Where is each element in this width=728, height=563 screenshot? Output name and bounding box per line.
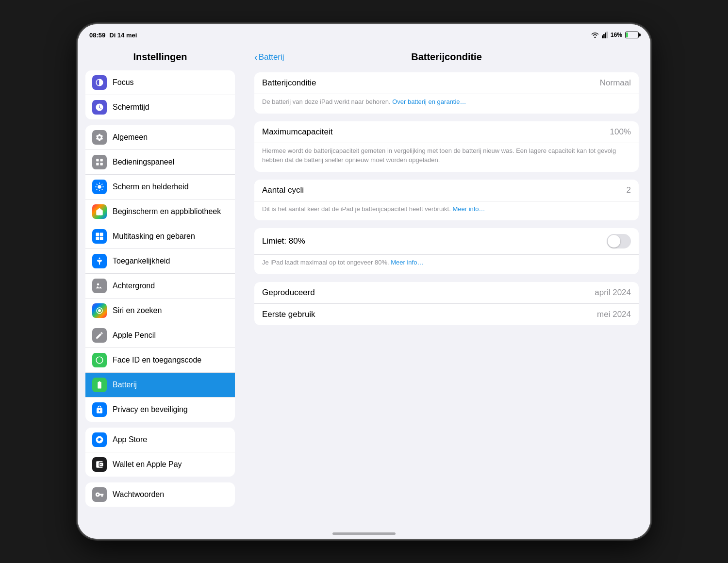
sidebar-item-scherm[interactable]: Scherm en helderheid (85, 175, 235, 199)
sidebar-item-privacy[interactable]: Privacy en beveiliging (85, 397, 235, 422)
sidebar-item-label-appstore: App Store (113, 435, 147, 444)
focus-icon (92, 75, 107, 90)
eerste-gebruik-row: Eerste gebruik mei 2024 (254, 304, 639, 325)
sidebar-item-label-schermtijd: Schermtijd (113, 103, 149, 112)
wallet-icon (92, 457, 107, 472)
geproduceerd-value: april 2024 (595, 288, 631, 298)
batterij-garantie-link[interactable]: Over batterij en garantie… (392, 98, 466, 105)
sidebar-group-2: Algemeen Bedieningspaneel Scherm en held… (85, 125, 235, 422)
sidebar-item-label-faceid: Face ID en toegangscode (113, 356, 201, 364)
svg-rect-4 (96, 159, 99, 161)
home-indicator (332, 532, 396, 535)
back-button[interactable]: ‹ Batterij (254, 51, 284, 63)
limiet-toggle[interactable] (607, 234, 631, 248)
sidebar-item-label-achtergrond: Achtergrond (113, 282, 155, 290)
maximumcapaciteit-description: Hiermee wordt de batterijcapaciteit geme… (254, 143, 639, 172)
eerste-gebruik-label: Eerste gebruik (262, 310, 315, 319)
batterijconditie-label: Batterijconditie (262, 78, 316, 88)
svg-rect-7 (100, 163, 103, 166)
batterijconditie-card: Batterijconditie Normaal De batterij van… (254, 72, 639, 114)
sidebar-item-applepencil[interactable]: Apple Pencil (85, 323, 235, 348)
toggle-knob (608, 235, 620, 248)
sidebar-item-faceid[interactable]: Face ID en toegangscode (85, 348, 235, 373)
batterijconditie-value: Normaal (600, 78, 631, 88)
cycli-row: Aantal cycli 2 (254, 180, 639, 201)
geproduceerd-label: Geproduceerd (262, 288, 315, 298)
sidebar-item-label-batterij: Batterij (113, 381, 137, 389)
algemeen-icon (92, 130, 107, 145)
sidebar-item-batterij[interactable]: Batterij (85, 373, 235, 397)
cycli-card: Aantal cycli 2 Dit is het aantal keer da… (254, 180, 639, 221)
achtergrond-icon (92, 279, 107, 293)
status-bar-left: 08:59 Di 14 mei (89, 32, 137, 39)
wachtwoorden-icon (92, 487, 107, 502)
sidebar-group-1: Focus Schermtijd (85, 70, 235, 119)
status-bar-right: 16% (591, 32, 639, 38)
eerste-gebruik-value: mei 2024 (597, 310, 631, 319)
sidebar-item-wallet[interactable]: Wallet en Apple Pay (85, 452, 235, 477)
main-layout: Instellingen Focus Schermtijd (78, 46, 650, 539)
sidebar-item-focus[interactable]: Focus (85, 70, 235, 95)
sidebar-item-multitasking[interactable]: Multitasking en gebaren (85, 224, 235, 249)
svg-point-13 (99, 258, 100, 259)
sidebar-item-label-applepencil: Apple Pencil (113, 331, 156, 340)
sidebar-item-beginscherm[interactable]: Beginscherm en appbibliotheek (85, 199, 235, 224)
svg-point-8 (98, 185, 101, 189)
limiet-row: Limiet: 80% (254, 228, 639, 255)
maximumcapaciteit-card: Maximumcapaciteit 100% Hiermee wordt de … (254, 121, 639, 172)
sidebar-group-4: Wachtwoorden (85, 482, 235, 507)
content-header: ‹ Batterij Batterijconditie (243, 46, 650, 68)
sidebar-item-toegankelijkheid[interactable]: Toegankelijkheid (85, 249, 235, 274)
signal-icon (602, 32, 608, 38)
back-chevron-icon: ‹ (254, 51, 258, 63)
sidebar-item-label-bedieningspaneel: Bedieningspaneel (113, 158, 174, 166)
svg-rect-10 (100, 233, 103, 236)
sidebar-item-schermtijd[interactable]: Schermtijd (85, 95, 235, 119)
wifi-icon (591, 32, 599, 38)
svg-rect-3 (606, 32, 608, 38)
sidebar-item-label-wallet: Wallet en Apple Pay (113, 460, 182, 469)
maximumcapaciteit-value: 100% (610, 127, 631, 137)
svg-rect-1 (603, 34, 605, 38)
faceid-icon (92, 353, 107, 367)
cycli-meer-info-link[interactable]: Meer info… (452, 205, 485, 213)
multitasking-icon (92, 229, 107, 244)
geproduceerd-row: Geproduceerd april 2024 (254, 282, 639, 304)
limiet-label: Limiet: 80% (262, 236, 305, 246)
sidebar-item-achtergrond[interactable]: Achtergrond (85, 274, 235, 298)
beginscherm-icon (92, 204, 107, 219)
svg-rect-5 (100, 159, 103, 161)
sidebar-item-bedieningspaneel[interactable]: Bedieningspaneel (85, 150, 235, 175)
svg-point-14 (97, 283, 99, 286)
time-display: 08:59 (89, 32, 105, 39)
maximumcapaciteit-label: Maximumcapaciteit (262, 127, 333, 137)
sidebar-item-label-toegankelijkheid: Toegankelijkheid (113, 257, 170, 265)
sidebar[interactable]: Instellingen Focus Schermtijd (78, 46, 243, 539)
sidebar-item-siri[interactable]: Siri en zoeken (85, 298, 235, 323)
dates-card: Geproduceerd april 2024 Eerste gebruik m… (254, 282, 639, 325)
limiet-meer-info-link[interactable]: Meer info… (391, 259, 423, 266)
batterijconditie-description: De batterij van deze iPad werkt naar beh… (254, 94, 639, 114)
content-body: Batterijconditie Normaal De batterij van… (243, 68, 650, 345)
schermtijd-icon (92, 100, 107, 115)
svg-rect-11 (96, 237, 99, 240)
svg-rect-6 (96, 163, 99, 166)
batterijconditie-row: Batterijconditie Normaal (254, 72, 639, 94)
limiet-card: Limiet: 80% Je iPad laadt maximaal op to… (254, 228, 639, 274)
sidebar-item-algemeen[interactable]: Algemeen (85, 125, 235, 150)
back-button-label: Batterij (259, 52, 284, 62)
content-area: ‹ Batterij Batterijconditie Batterijcond… (243, 46, 650, 539)
bedieningspaneel-icon (92, 155, 107, 169)
sidebar-item-label-privacy: Privacy en beveiliging (113, 405, 188, 414)
cycli-description: Dit is het aantal keer dat de iPad je ba… (254, 201, 639, 221)
sidebar-item-appstore[interactable]: App Store (85, 428, 235, 452)
sidebar-item-label-algemeen: Algemeen (113, 133, 148, 142)
sidebar-item-wachtwoorden[interactable]: Wachtwoorden (85, 482, 235, 507)
sidebar-title: Instellingen (85, 46, 235, 70)
limiet-description: Je iPad laadt maximaal op tot ongeveer 8… (254, 255, 639, 274)
svg-rect-9 (96, 233, 99, 236)
device-frame: 08:59 Di 14 mei 16% (78, 24, 650, 539)
battery-percent: 16% (611, 32, 622, 38)
scherm-icon (92, 180, 107, 194)
privacy-icon (92, 402, 107, 417)
